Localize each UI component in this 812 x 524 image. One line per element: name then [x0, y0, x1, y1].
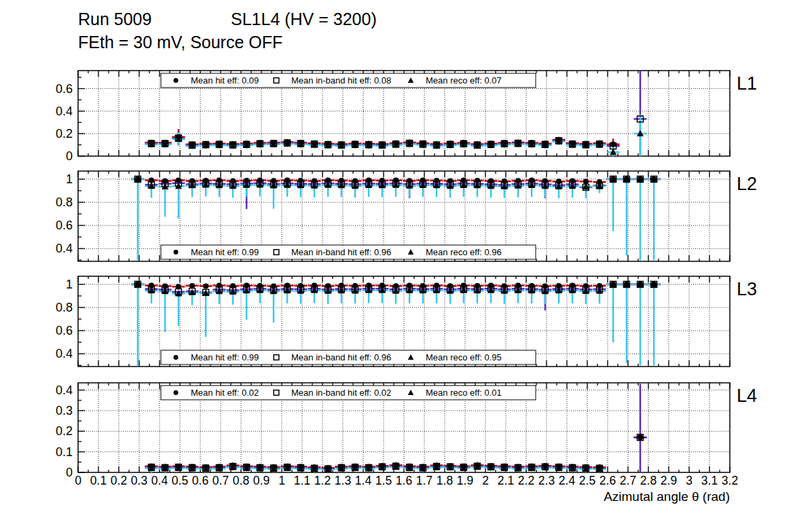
x-tick-label: 0.6 [192, 474, 208, 487]
x-tick-label: 0.3 [131, 474, 147, 487]
x-tick-label: 0.1 [90, 474, 107, 487]
x-tick-label: 1.7 [416, 474, 432, 487]
x-tick-label: 0.8 [233, 474, 249, 487]
markers [148, 116, 644, 155]
legend-entry-label: Mean reco eff: 0.01 [426, 388, 502, 398]
x-tick-label: 0.4 [151, 474, 168, 487]
x-tick-label: 1.6 [396, 474, 412, 487]
panel-L3: 0.40.60.81Mean hit eff: 0.99Mean in-band… [56, 276, 757, 367]
panel-L4: 00.10.20.30.4Mean hit eff: 0.02Mean in-b… [56, 383, 757, 479]
legend-entry-label: Mean reco eff: 0.96 [426, 247, 502, 257]
x-tick-label: 0 [75, 474, 81, 487]
run-title: Run 5009 [78, 10, 151, 29]
x-tick-label: 0.5 [172, 474, 188, 487]
x-tick-label: 2.2 [518, 474, 534, 487]
x-tick-label: 3.1 [701, 474, 718, 487]
y-tick-label: 0.8 [56, 301, 73, 314]
y-tick-label: 0.3 [56, 404, 73, 417]
y-tick-label: 0 [66, 466, 73, 479]
legend-entry-label: Mean hit eff: 0.99 [191, 352, 259, 362]
x-tick-label: 0.9 [253, 474, 270, 487]
panel-label: L1 [737, 73, 757, 94]
x-tick-label: 2.9 [661, 474, 677, 487]
x-tick-label: 2 [482, 474, 489, 487]
markers [148, 434, 644, 472]
legend: Mean hit eff: 0.02Mean in-band hit eff: … [161, 386, 536, 400]
legend-entry-label: Mean in-band hit eff: 0.96 [291, 247, 391, 257]
y-tick-label: 0.2 [56, 127, 73, 141]
x-tick-label: 0.7 [213, 474, 229, 487]
legend: Mean hit eff: 0.09Mean in-band hit eff: … [161, 73, 536, 88]
y-tick-label: 0.6 [56, 219, 73, 232]
conditions-title: FEth = 30 mV, Source OFF [78, 33, 282, 52]
y-tick-label: 0.2 [56, 424, 73, 438]
legend: Mean hit eff: 0.99Mean in-band hit eff: … [161, 350, 536, 364]
x-tick-label: 1.3 [335, 474, 351, 487]
y-tick-label: 0.4 [56, 347, 73, 360]
legend-entry-label: Mean hit eff: 0.99 [191, 247, 259, 257]
x-tick-label: 1.4 [355, 474, 372, 487]
y-tick-label: 0.6 [56, 82, 73, 96]
legend-entry-label: Mean hit eff: 0.02 [191, 388, 259, 398]
x-tick-label: 1.1 [294, 474, 310, 487]
x-tick-label: 2.6 [599, 474, 616, 487]
legend-entry-label: Mean hit eff: 0.09 [191, 75, 259, 86]
y-tick-label: 0.6 [56, 324, 73, 337]
chamber-title: SL1L4 (HV = 3200) [231, 10, 377, 29]
x-tick-label: 2.7 [620, 474, 636, 487]
y-tick-label: 0.1 [56, 445, 73, 459]
panel-label: L3 [737, 279, 757, 299]
panel-label: L4 [737, 386, 757, 406]
x-tick-label: 2.1 [498, 474, 514, 487]
x-tick-label: 2.4 [559, 474, 576, 487]
x-tick-label: 2.8 [640, 474, 657, 487]
panel-L1: 00.20.40.6Mean hit eff: 0.09Mean in-band… [56, 71, 757, 163]
panel-L2: 0.40.60.81Mean hit eff: 0.99Mean in-band… [56, 171, 757, 261]
legend-entry-label: Mean in-band hit eff: 0.02 [291, 388, 391, 398]
series-inband-outlier [634, 384, 647, 472]
legend-entry-label: Mean reco eff: 0.95 [426, 352, 502, 362]
x-tick-label: 0.2 [111, 474, 127, 487]
x-tick-label: 3 [686, 474, 693, 487]
x-axis-labels: 00.10.20.30.40.50.60.70.80.911.11.21.31.… [75, 474, 738, 504]
y-tick-label: 0.8 [56, 195, 73, 209]
y-tick-label: 0.4 [56, 242, 73, 255]
x-tick-label: 1.5 [375, 474, 392, 487]
y-tick-label: 0 [66, 149, 73, 163]
efficiency-plot: 00.20.40.6Mean hit eff: 0.09Mean in-band… [0, 0, 812, 524]
x-tick-label: 1.8 [437, 474, 453, 487]
x-tick-label: 2.5 [579, 474, 595, 487]
x-tick-label: 3.2 [722, 474, 738, 487]
y-tick-label: 0.4 [56, 105, 73, 118]
y-tick-label: 1 [66, 278, 73, 291]
x-axis-title: Azimutal angle θ (rad) [604, 489, 730, 504]
root-canvas: 00.20.40.6Mean hit eff: 0.09Mean in-band… [0, 0, 812, 524]
x-tick-label: 1 [278, 474, 285, 487]
legend-entry-label: Mean reco eff: 0.07 [426, 75, 502, 86]
y-tick-label: 1 [66, 172, 73, 186]
x-tick-label: 1.2 [314, 474, 331, 487]
legend-entry-label: Mean in-band hit eff: 0.08 [291, 75, 391, 86]
panel-label: L2 [737, 174, 757, 194]
legend-entry-label: Mean in-band hit eff: 0.96 [291, 352, 391, 362]
legend: Mean hit eff: 0.99Mean in-band hit eff: … [161, 245, 536, 259]
y-tick-label: 0.4 [56, 383, 73, 397]
x-tick-label: 1.9 [457, 474, 473, 487]
x-tick-label: 2.3 [538, 474, 555, 487]
